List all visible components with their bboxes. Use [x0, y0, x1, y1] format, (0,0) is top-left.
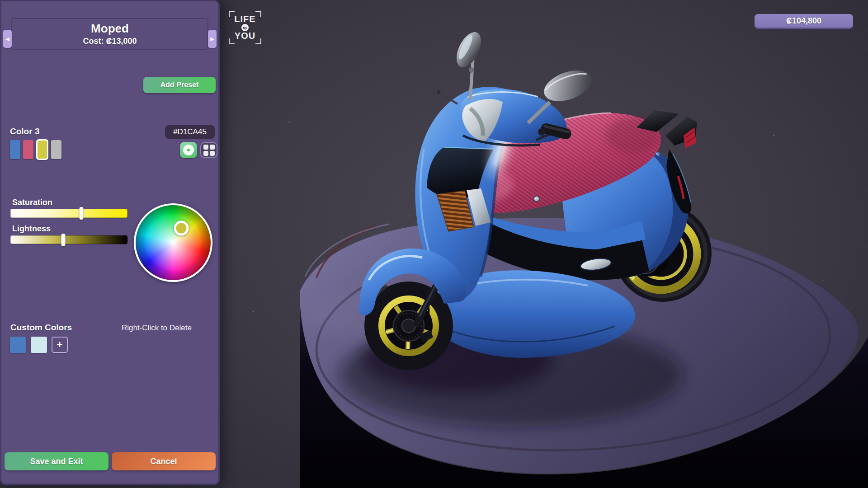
save-and-exit-button[interactable]: Save and Exit: [5, 452, 108, 470]
custom-colors-row: +: [10, 337, 68, 353]
custom-colors-hint: Right-Click to Delete: [122, 324, 192, 333]
hex-value-badge: #D1CA45: [165, 125, 215, 139]
color-wheel-mode-button[interactable]: [180, 142, 197, 158]
right-arrow-icon: ▶: [210, 36, 214, 42]
color-wheel-mode-icon: [183, 145, 194, 155]
plus-icon: +: [57, 340, 63, 350]
color-wheel[interactable]: [134, 203, 212, 282]
lightness-slider-thumb[interactable]: [61, 234, 66, 246]
slot-swatch-1[interactable]: [10, 140, 20, 159]
lightness-label: Lightness: [12, 224, 51, 234]
color-slot-swatches: [10, 139, 61, 160]
game-logo: LIFE by YOU: [229, 11, 261, 44]
front-wheel: [364, 282, 453, 370]
vehicle-name: Moped: [91, 22, 129, 36]
hex-value: #D1CA45: [173, 127, 207, 136]
left-arrow-icon: ◀: [5, 36, 9, 42]
vehicle-selector: Moped Cost: ₡13,000: [11, 18, 208, 50]
lightness-slider[interactable]: [10, 235, 127, 244]
logo-by-circle: by: [241, 24, 249, 31]
antenna: [437, 90, 458, 104]
saturation-label: Saturation: [12, 198, 52, 207]
logo-line1: LIFE: [229, 14, 261, 24]
color-wheel-marker[interactable]: [174, 221, 189, 235]
right-mirror: [528, 65, 596, 123]
cancel-button[interactable]: Cancel: [112, 452, 216, 470]
add-preset-button[interactable]: Add Preset: [143, 77, 216, 93]
custom-swatch-2[interactable]: [31, 337, 47, 353]
slot-swatch-4[interactable]: [51, 140, 61, 159]
vehicle-cost: Cost: ₡13,000: [83, 37, 137, 46]
balance-value: ₡104,800: [786, 16, 821, 26]
slot-swatch-3-selected[interactable]: [36, 139, 48, 160]
add-custom-color-button[interactable]: +: [52, 337, 68, 353]
saturation-slider-thumb[interactable]: [79, 207, 83, 220]
balance-badge: ₡104,800: [755, 14, 853, 29]
logo-line2: YOU: [229, 31, 261, 41]
picker-mode-toggle: [180, 142, 217, 158]
swatch-grid-mode-button[interactable]: [200, 142, 217, 158]
color-slot-label: Color 3: [10, 127, 39, 136]
customization-panel: Moped Cost: ₡13,000 ◀ ▶ Add Preset Color…: [0, 0, 220, 485]
next-vehicle-button[interactable]: ▶: [208, 30, 217, 48]
prev-vehicle-button[interactable]: ◀: [3, 30, 12, 48]
swatch-grid-mode-icon: [203, 145, 215, 156]
custom-colors-label: Custom Colors: [10, 323, 72, 333]
app-window: LIFE by YOU ₡104,800 Moped Cost: ₡13,000…: [0, 0, 868, 488]
slot-swatch-2[interactable]: [23, 140, 33, 159]
saturation-slider[interactable]: [10, 209, 127, 218]
custom-swatch-1[interactable]: [10, 337, 26, 353]
